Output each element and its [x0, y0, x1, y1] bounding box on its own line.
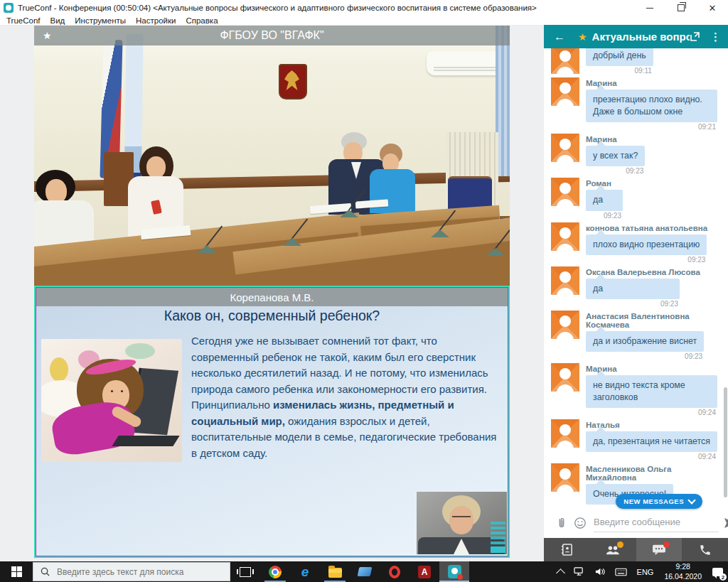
- chat-message-row: Марина у всех так? 09:23: [551, 134, 722, 176]
- message-bubble: добрый день: [586, 48, 653, 66]
- task-view-icon: [240, 567, 251, 577]
- tray-date: 16.04.2020: [664, 572, 702, 581]
- chat-message-row: Оксана Валерьевна Люсова да 09:23: [551, 266, 722, 309]
- message-sender-name: Марина: [586, 79, 722, 87]
- system-tray: ENG 9:2816.04.2020 2: [552, 561, 728, 582]
- edge-button[interactable]: e: [290, 561, 320, 582]
- slide-title: Каков он, современный ребенок?: [36, 308, 508, 324]
- participants-tab[interactable]: [590, 538, 636, 561]
- chevron-up-icon: [556, 568, 565, 578]
- slide-photo-girl-with-laptop: [41, 339, 182, 462]
- chat-message-list[interactable]: добрый день 09:11 Марина презентацию пло…: [544, 48, 728, 508]
- volume-tray-icon[interactable]: [589, 561, 610, 582]
- opera-icon: [389, 566, 400, 578]
- menu-item-Справка[interactable]: Справка: [186, 16, 218, 25]
- avatar: [551, 311, 579, 339]
- edge-icon: e: [301, 565, 309, 578]
- network-tray-icon[interactable]: [569, 561, 589, 582]
- menu-item-Настройки[interactable]: Настройки: [136, 16, 176, 25]
- presentation-video[interactable]: Корепанова М.В. Каков он, современный ре…: [34, 286, 510, 558]
- popout-window-icon[interactable]: [690, 31, 700, 42]
- close-button[interactable]: ✕: [697, 0, 728, 16]
- message-time: 09:23: [586, 352, 704, 360]
- back-icon[interactable]: ←: [554, 31, 565, 43]
- attach-file-icon[interactable]: [555, 517, 568, 529]
- search-input[interactable]: [55, 566, 230, 578]
- explorer-button[interactable]: [320, 561, 350, 582]
- action-center-button[interactable]: 2: [707, 561, 728, 582]
- language-indicator[interactable]: ENG: [632, 561, 659, 582]
- presenter-name: Корепанова М.В.: [230, 291, 314, 303]
- taskbar-search[interactable]: [33, 562, 230, 581]
- microphone: [283, 237, 301, 246]
- avatar: [551, 134, 579, 162]
- message-sender-name: Марина: [586, 365, 722, 373]
- message-bubble: у всех так?: [586, 146, 645, 166]
- folder-icon: [328, 568, 342, 578]
- start-button[interactable]: [0, 561, 33, 582]
- room-video-title: ФГБОУ ВО "ВГАФК": [220, 29, 323, 42]
- menu-item-TrueConf[interactable]: TrueConf: [6, 16, 41, 25]
- windows-taskbar: e A ENG 9:2816.04.2020 2: [0, 561, 728, 582]
- search-icon: [41, 567, 50, 576]
- avatar: [551, 363, 579, 392]
- clock[interactable]: 9:2816.04.2020: [658, 561, 707, 582]
- opera-button[interactable]: [380, 561, 410, 582]
- message-time: 09:23: [586, 167, 645, 175]
- acrobat-button[interactable]: A: [410, 561, 439, 582]
- message-sender-name: Марина: [586, 135, 722, 144]
- trueconf-icon: [448, 565, 461, 578]
- message-time: 09:23: [586, 256, 707, 264]
- emoji-icon[interactable]: [574, 517, 587, 529]
- touch-keyboard-tray-icon[interactable]: [610, 561, 632, 582]
- chrome-icon: [269, 566, 282, 578]
- new-messages-button[interactable]: NEW MESSAGES: [616, 494, 702, 509]
- windows-logo-icon: [11, 566, 22, 577]
- message-input[interactable]: [594, 514, 719, 532]
- participants-badge: [617, 541, 623, 548]
- chat-tab[interactable]: [636, 538, 682, 561]
- message-sender-name: Масленникова Ольга Михайловна: [586, 465, 722, 482]
- remote-app-button[interactable]: [350, 561, 380, 582]
- chrome-button[interactable]: [260, 561, 290, 582]
- chat-message-row: Роман да 09:23: [551, 178, 722, 220]
- menu-item-Инструменты[interactable]: Инструменты: [75, 16, 126, 25]
- minimize-button[interactable]: [634, 0, 665, 16]
- task-view-button[interactable]: [230, 561, 260, 582]
- address-book-tab[interactable]: [544, 538, 590, 561]
- chat-message-row: Марина презентацию плохо видно. Даже в б…: [551, 77, 722, 132]
- avatar: [551, 266, 579, 295]
- message-sender-name: Наталья: [586, 421, 722, 429]
- message-sender-name: коннова татьяна анатольевна: [586, 224, 722, 232]
- message-time: 09:23: [586, 300, 680, 308]
- tray-expand-button[interactable]: [552, 561, 569, 582]
- avatar: [551, 77, 579, 106]
- message-bubble: да: [586, 190, 623, 210]
- message-time: 09:24: [586, 453, 717, 460]
- chat-message-row: Наталья да, презентация не читается 09:2…: [551, 419, 722, 462]
- message-bubble: презентацию плохо видно. Даже в большом …: [586, 90, 717, 122]
- conference-room-video[interactable]: ★ ФГБОУ ВО "ВГАФК": [34, 26, 510, 286]
- message-bubble: да и изображение виснет: [586, 331, 704, 352]
- window-titlebar: TrueConf - Конференция (00:50:04) <Актуа…: [0, 0, 728, 16]
- send-icon[interactable]: [723, 517, 728, 529]
- coat-of-arms: [279, 64, 307, 99]
- favorite-star-icon[interactable]: ★: [578, 31, 587, 43]
- more-menu-icon[interactable]: ⋮: [710, 31, 721, 43]
- trueconf-taskbar-button[interactable]: [439, 561, 469, 582]
- chat-message-row: добрый день 09:11: [551, 48, 722, 76]
- message-bubble: да: [586, 279, 680, 299]
- chat-scrollbar[interactable]: [724, 387, 727, 497]
- message-time: 09:21: [586, 123, 717, 131]
- microphone: [340, 209, 358, 217]
- message-time: 09:24: [586, 409, 717, 416]
- avatar: [551, 222, 579, 251]
- message-sender-name: Роман: [586, 179, 722, 188]
- restore-button[interactable]: [665, 0, 697, 16]
- call-tab[interactable]: [682, 538, 728, 561]
- chevron-down-icon: [687, 496, 695, 504]
- favorite-star-icon[interactable]: ★: [43, 30, 52, 41]
- trueconf-app-icon: [4, 3, 14, 13]
- menu-item-Вид[interactable]: Вид: [50, 16, 65, 25]
- chat-message-row: Анастасия Валентиновна Космачева да и из…: [551, 311, 722, 362]
